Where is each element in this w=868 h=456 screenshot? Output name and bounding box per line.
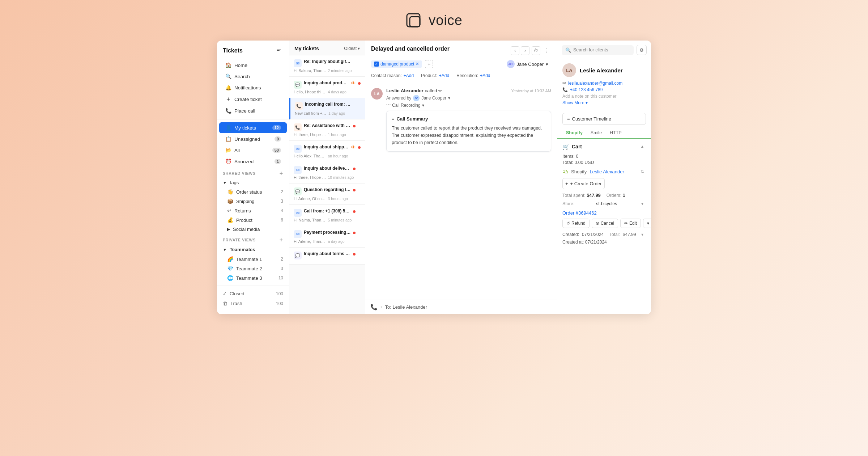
add-product-btn[interactable]: +Add [439,73,449,78]
email-icon: ✉ [562,81,566,86]
show-more-btn[interactable]: Show More ▾ [562,100,646,105]
prev-ticket-btn[interactable]: ‹ [511,46,519,55]
tag-label-shipping: Shipping [236,199,255,204]
ticket-item-2[interactable]: 💬 Inquiry about product com... 👁 Hello, … [289,77,365,98]
ticket-time-9: a day ago [328,239,361,244]
tag-check-icon: ✓ [374,62,379,67]
nav-item-all[interactable]: 📂 All 50 [219,145,287,156]
tab-http[interactable]: HTTP [606,128,625,139]
customer-timeline-btn[interactable]: ≡ Customer Timeline [562,113,646,125]
compose-to-label: To: Leslie Alexander [385,304,427,310]
ticket-item-4[interactable]: 📞 Re: Assistance with accou... Hi there,… [289,119,365,141]
client-search-input[interactable] [573,47,630,52]
teammates-chevron-icon: ▼ [223,248,227,252]
timer-btn[interactable]: ⏱ [532,46,540,55]
ticket-item-8[interactable]: ✉ Call from: +1 (308) 555-0... Hi Naima,… [289,205,365,226]
sidebar-toggle-icon[interactable] [275,46,283,55]
tag-order-status[interactable]: 👋 Order status 2 [217,187,289,197]
teammate-3[interactable]: 🌐 Teammate 3 10 [217,273,289,283]
nav-item-unassigned[interactable]: 📋 Unassigned 0 [219,134,287,144]
tag-returns[interactable]: ↩ Returns 4 [217,206,289,215]
call-recording-btn[interactable]: 〰 Call Recording ▾ [386,103,551,108]
nav-label-place-call: Place call [234,108,255,114]
ticket-item-5[interactable]: ✉ Inquiry about shipping poli... 👁 Hello… [289,141,365,162]
nav-item-my-tickets[interactable]: 👤 My tickets 12 [219,122,287,133]
ticket-list: My tickets Oldest ▾ ✉ Re: Inquiry about … [289,41,365,314]
call-channel-icon-4: 📞 [294,123,302,131]
ticket-time-6: 10 minutes ago [328,175,361,180]
tab-shopify[interactable]: Shopify [562,128,586,139]
create-order-btn[interactable]: + + Create Order [562,178,605,189]
svg-rect-2 [277,49,281,50]
shopify-customer-link[interactable]: Leslie Alexander [590,169,624,174]
cart-collapse-btn[interactable]: ▲ [639,143,646,150]
add-resolution-btn[interactable]: +Add [480,73,490,78]
assignee-selector[interactable]: JC Jane Cooper ▾ [504,59,551,69]
nav-item-search[interactable]: 🔍 Search [219,71,287,82]
nav-item-snoozed[interactable]: ⏰ Snoozed 1 [219,156,287,167]
tag-product[interactable]: 💰 Product 6 [217,215,289,225]
nav-item-trash[interactable]: 🗑 Trash 100 [217,299,289,308]
shopify-customer-expand-btn[interactable]: ⇅ [639,168,646,175]
add-contact-reason-btn[interactable]: +Add [404,73,414,78]
cancel-btn[interactable]: ⊘ Cancel [592,219,618,228]
more-order-btn[interactable]: ▾ [643,219,651,228]
teammate2-count: 3 [281,266,283,271]
edit-btn[interactable]: ✏ Edit [620,219,641,228]
nav-item-place-call[interactable]: 📞 Place call [219,105,287,116]
teammates-label: Teammates [230,247,255,252]
app-header: voice [405,7,463,33]
nav-item-home[interactable]: 🏠 Home [219,60,287,71]
main-container: Tickets 🏠 Home 🔍 Search 🔔 Notifications … [217,41,651,314]
ticket-item-7[interactable]: 💬 Question regarding loyalty... Hi Arlen… [289,183,365,205]
tag-shipping[interactable]: 📦 Shipping 3 [217,197,289,206]
customer-phone-row: 📞 +40 123 456 789 [562,87,646,92]
add-private-view-btn[interactable]: + [280,237,283,243]
trash-label: Trash [230,301,242,306]
sort-chevron-icon: ▾ [358,46,360,51]
product-icon: 💰 [227,217,233,223]
ticket-item-10[interactable]: 💭 Inquiry about terms of ser... [289,248,365,265]
nav-item-create-ticket[interactable]: + Create ticket [219,93,287,105]
ticket-preview-9: Hi Arlene, Thank you for... [294,239,327,244]
add-shared-view-btn[interactable]: + [280,170,283,177]
store-expand-btn[interactable]: ▾ [639,200,646,207]
customer-phone: +40 123 456 789 [570,87,603,92]
teammate-2[interactable]: 💎 Teammate 2 3 [217,264,289,273]
order-link[interactable]: Order #3694462 [562,210,646,216]
remove-tag-btn[interactable]: ✕ [416,62,419,67]
ticket-time-5: an hour ago [328,154,361,158]
teammate3-icon: 🌐 [227,275,233,281]
ticket-subject-1: Re: Inquiry about gift wrap... [304,59,351,64]
add-tag-btn[interactable]: + [425,60,433,68]
ticket-item-1[interactable]: ✉ Re: Inquiry about gift wrap... Hi Saku… [289,55,365,77]
tab-smile[interactable]: Smile [587,128,605,139]
sort-button[interactable]: Oldest ▾ [344,46,360,51]
ticket-item-9[interactable]: ✉ Payment processing inquiry Hi Arlene, … [289,226,365,248]
tags-header[interactable]: ▼ Tags [217,178,289,187]
app-logo-icon [405,11,424,30]
ticket-subject-3: Incoming call from: +40 123 4... [305,102,352,107]
refund-btn[interactable]: ↺ Refund [562,219,590,228]
teammate-1[interactable]: 🌈 Teammate 1 2 [217,254,289,264]
ticket-item-3[interactable]: 📞 Incoming call from: +40 123 4... New c… [289,98,365,119]
customer-email-link[interactable]: leslie.alexander@gmail.com [568,81,622,86]
customer-note[interactable]: Add a note on this customer [562,94,646,99]
ticket-preview-5: Hello Alex, Thank you... [294,154,327,158]
ticket-item-6[interactable]: ✉ Inquiry about delivery delay Hi there,… [289,162,365,183]
teammates-header[interactable]: ▼ Teammates [217,245,289,254]
call-recording-label: Call Recording [392,103,421,108]
social-media-item[interactable]: ▶ Social media [217,225,289,234]
nav-item-closed[interactable]: ✓ Closed 100 [217,289,289,299]
more-options-btn[interactable]: ⋮ [542,46,551,55]
settings-btn[interactable]: ⚙ [637,45,647,55]
nav-item-notifications[interactable]: 🔔 Notifications [219,82,287,93]
chat-channel-icon-10: 💭 [294,252,302,259]
ticket-preview-4: Hi there, I hope you're... [294,132,327,137]
next-ticket-btn[interactable]: › [521,46,529,55]
contact-reason-label: Contact reason: [371,73,402,78]
order-expand-btn[interactable]: ▾ [639,231,646,238]
cancel-label: Cancel [601,221,614,226]
ticket-time-4: 1 hour ago [328,132,361,137]
tags-chevron-icon: ▼ [223,181,227,185]
